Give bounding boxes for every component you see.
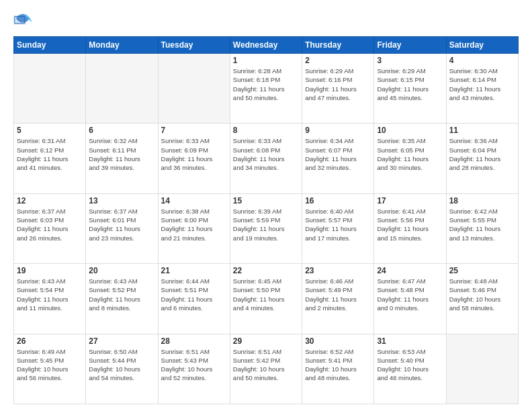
- calendar-week-row: 12Sunrise: 6:37 AM Sunset: 6:03 PM Dayli…: [14, 193, 519, 263]
- day-number: 30: [305, 336, 371, 346]
- table-row: [14, 54, 86, 124]
- table-row: 28Sunrise: 6:51 AM Sunset: 5:43 PM Dayli…: [158, 334, 230, 404]
- day-number: 31: [377, 336, 443, 346]
- day-info: Sunrise: 6:37 AM Sunset: 6:01 PM Dayligh…: [89, 207, 154, 242]
- day-info: Sunrise: 6:50 AM Sunset: 5:44 PM Dayligh…: [89, 347, 154, 383]
- col-tuesday: Tuesday: [158, 37, 230, 54]
- day-info: Sunrise: 6:39 AM Sunset: 5:59 PM Dayligh…: [233, 207, 299, 242]
- table-row: 26Sunrise: 6:49 AM Sunset: 5:45 PM Dayli…: [14, 334, 86, 404]
- day-number: 21: [161, 266, 227, 275]
- day-info: Sunrise: 6:41 AM Sunset: 5:56 PM Dayligh…: [377, 207, 443, 242]
- table-row: 2Sunrise: 6:29 AM Sunset: 6:16 PM Daylig…: [302, 54, 374, 124]
- calendar-table: Sunday Monday Tuesday Wednesday Thursday…: [13, 36, 519, 404]
- day-number: 3: [377, 56, 443, 65]
- table-row: 27Sunrise: 6:50 AM Sunset: 5:44 PM Dayli…: [86, 334, 158, 404]
- day-info: Sunrise: 6:40 AM Sunset: 5:57 PM Dayligh…: [305, 207, 371, 242]
- day-number: 15: [233, 196, 299, 205]
- day-number: 1: [233, 56, 299, 65]
- day-number: 17: [377, 196, 443, 205]
- day-number: 28: [161, 336, 227, 346]
- table-row: [158, 54, 230, 124]
- day-number: 22: [233, 266, 299, 275]
- calendar-week-row: 5Sunrise: 6:31 AM Sunset: 6:12 PM Daylig…: [14, 124, 519, 193]
- calendar-week-row: 1Sunrise: 6:28 AM Sunset: 6:18 PM Daylig…: [14, 54, 519, 124]
- col-saturday: Saturday: [446, 37, 518, 54]
- day-number: 29: [233, 336, 299, 346]
- day-info: Sunrise: 6:45 AM Sunset: 5:50 PM Dayligh…: [233, 277, 299, 312]
- col-wednesday: Wednesday: [230, 37, 302, 54]
- logo-icon: [13, 12, 32, 31]
- day-number: 7: [161, 126, 227, 135]
- day-info: Sunrise: 6:33 AM Sunset: 6:08 PM Dayligh…: [233, 136, 299, 172]
- day-info: Sunrise: 6:29 AM Sunset: 6:16 PM Dayligh…: [305, 66, 371, 102]
- day-info: Sunrise: 6:49 AM Sunset: 5:45 PM Dayligh…: [17, 347, 83, 383]
- day-info: Sunrise: 6:43 AM Sunset: 5:52 PM Dayligh…: [89, 277, 154, 312]
- day-info: Sunrise: 6:44 AM Sunset: 5:51 PM Dayligh…: [161, 277, 227, 312]
- day-info: Sunrise: 6:47 AM Sunset: 5:48 PM Dayligh…: [377, 277, 443, 312]
- day-number: 12: [17, 196, 83, 205]
- table-row: 4Sunrise: 6:30 AM Sunset: 6:14 PM Daylig…: [446, 54, 518, 124]
- table-row: 14Sunrise: 6:38 AM Sunset: 6:00 PM Dayli…: [158, 193, 230, 263]
- day-number: 2: [305, 56, 371, 65]
- day-number: 14: [161, 196, 227, 205]
- day-number: 19: [17, 266, 83, 275]
- table-row: 3Sunrise: 6:29 AM Sunset: 6:15 PM Daylig…: [374, 54, 446, 124]
- table-row: [86, 54, 158, 124]
- day-info: Sunrise: 6:38 AM Sunset: 6:00 PM Dayligh…: [161, 207, 227, 242]
- day-info: Sunrise: 6:48 AM Sunset: 5:46 PM Dayligh…: [449, 277, 515, 312]
- day-info: Sunrise: 6:46 AM Sunset: 5:49 PM Dayligh…: [305, 277, 371, 312]
- table-row: 29Sunrise: 6:51 AM Sunset: 5:42 PM Dayli…: [230, 334, 302, 404]
- table-row: 12Sunrise: 6:37 AM Sunset: 6:03 PM Dayli…: [14, 193, 86, 263]
- day-number: 20: [89, 266, 154, 275]
- day-info: Sunrise: 6:37 AM Sunset: 6:03 PM Dayligh…: [17, 207, 83, 242]
- table-row: 30Sunrise: 6:52 AM Sunset: 5:41 PM Dayli…: [302, 334, 374, 404]
- table-row: 24Sunrise: 6:47 AM Sunset: 5:48 PM Dayli…: [374, 264, 446, 334]
- table-row: 10Sunrise: 6:35 AM Sunset: 6:05 PM Dayli…: [374, 124, 446, 193]
- col-sunday: Sunday: [14, 37, 86, 54]
- day-info: Sunrise: 6:33 AM Sunset: 6:09 PM Dayligh…: [161, 136, 227, 172]
- day-info: Sunrise: 6:32 AM Sunset: 6:11 PM Dayligh…: [89, 136, 154, 172]
- col-thursday: Thursday: [302, 37, 374, 54]
- day-number: 24: [377, 266, 443, 275]
- table-row: 18Sunrise: 6:42 AM Sunset: 5:55 PM Dayli…: [446, 193, 518, 263]
- table-row: 25Sunrise: 6:48 AM Sunset: 5:46 PM Dayli…: [446, 264, 518, 334]
- col-friday: Friday: [374, 37, 446, 54]
- day-info: Sunrise: 6:51 AM Sunset: 5:42 PM Dayligh…: [233, 347, 299, 383]
- day-number: 25: [449, 266, 515, 275]
- calendar-week-row: 26Sunrise: 6:49 AM Sunset: 5:45 PM Dayli…: [14, 334, 519, 404]
- table-row: 8Sunrise: 6:33 AM Sunset: 6:08 PM Daylig…: [230, 124, 302, 193]
- day-info: Sunrise: 6:36 AM Sunset: 6:04 PM Dayligh…: [449, 136, 515, 172]
- table-row: 22Sunrise: 6:45 AM Sunset: 5:50 PM Dayli…: [230, 264, 302, 334]
- header: [13, 12, 519, 31]
- table-row: 31Sunrise: 6:53 AM Sunset: 5:40 PM Dayli…: [374, 334, 446, 404]
- logo: [13, 12, 36, 31]
- day-number: 11: [449, 126, 515, 135]
- col-monday: Monday: [86, 37, 158, 54]
- day-number: 26: [17, 336, 83, 346]
- day-number: 4: [449, 56, 515, 65]
- table-row: 19Sunrise: 6:43 AM Sunset: 5:54 PM Dayli…: [14, 264, 86, 334]
- day-info: Sunrise: 6:31 AM Sunset: 6:12 PM Dayligh…: [17, 136, 83, 172]
- table-row: 16Sunrise: 6:40 AM Sunset: 5:57 PM Dayli…: [302, 193, 374, 263]
- table-row: 1Sunrise: 6:28 AM Sunset: 6:18 PM Daylig…: [230, 54, 302, 124]
- day-info: Sunrise: 6:52 AM Sunset: 5:41 PM Dayligh…: [305, 347, 371, 383]
- day-number: 16: [305, 196, 371, 205]
- table-row: 11Sunrise: 6:36 AM Sunset: 6:04 PM Dayli…: [446, 124, 518, 193]
- table-row: [446, 334, 518, 404]
- table-row: 5Sunrise: 6:31 AM Sunset: 6:12 PM Daylig…: [14, 124, 86, 193]
- table-row: 15Sunrise: 6:39 AM Sunset: 5:59 PM Dayli…: [230, 193, 302, 263]
- day-number: 6: [89, 126, 154, 135]
- day-number: 27: [89, 336, 154, 346]
- day-info: Sunrise: 6:34 AM Sunset: 6:07 PM Dayligh…: [305, 136, 371, 172]
- table-row: 20Sunrise: 6:43 AM Sunset: 5:52 PM Dayli…: [86, 264, 158, 334]
- table-row: 21Sunrise: 6:44 AM Sunset: 5:51 PM Dayli…: [158, 264, 230, 334]
- table-row: 9Sunrise: 6:34 AM Sunset: 6:07 PM Daylig…: [302, 124, 374, 193]
- table-row: 17Sunrise: 6:41 AM Sunset: 5:56 PM Dayli…: [374, 193, 446, 263]
- day-number: 18: [449, 196, 515, 205]
- day-number: 5: [17, 126, 83, 135]
- day-number: 8: [233, 126, 299, 135]
- day-info: Sunrise: 6:43 AM Sunset: 5:54 PM Dayligh…: [17, 277, 83, 312]
- page: Sunday Monday Tuesday Wednesday Thursday…: [0, 0, 532, 411]
- day-info: Sunrise: 6:30 AM Sunset: 6:14 PM Dayligh…: [449, 66, 515, 102]
- calendar-header-row: Sunday Monday Tuesday Wednesday Thursday…: [14, 37, 519, 54]
